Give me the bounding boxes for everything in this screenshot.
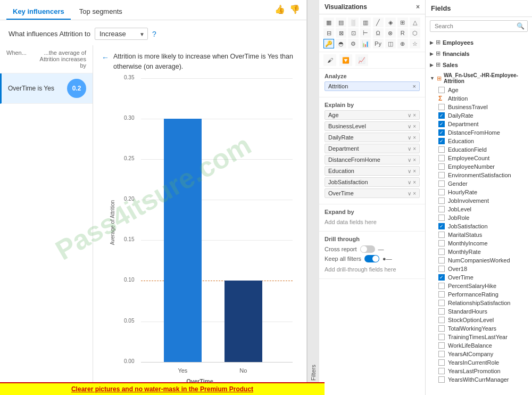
field-totalworkingyears[interactable]: TotalWorkingYears bbox=[426, 324, 532, 333]
viz-icon-22[interactable]: ◫ bbox=[385, 39, 396, 48]
field-age[interactable]: Age bbox=[426, 86, 532, 94]
field-en-checkbox[interactable] bbox=[438, 163, 445, 170]
drill-add-fields[interactable]: Add drill-through fields here bbox=[325, 265, 420, 274]
explain-dept-remove[interactable]: ∨ × bbox=[408, 146, 416, 152]
explain-field-overtime[interactable]: OverTime ∨ × bbox=[325, 188, 420, 198]
field-hr-checkbox[interactable] bbox=[438, 189, 445, 195]
field-dfh-checkbox[interactable] bbox=[438, 129, 445, 136]
search-input[interactable] bbox=[430, 20, 528, 32]
field-js-checkbox[interactable] bbox=[438, 223, 445, 229]
field-hourlyrate[interactable]: HourlyRate bbox=[426, 188, 532, 196]
explain-edu-remove[interactable]: ∨ × bbox=[408, 168, 416, 174]
field-standardhours[interactable]: StandardHours bbox=[426, 307, 532, 316]
field-yearsatcompany[interactable]: YearsAtCompany bbox=[426, 350, 532, 358]
field-dailyrate[interactable]: DailyRate bbox=[426, 111, 532, 120]
field-jr-checkbox[interactable] bbox=[438, 215, 445, 221]
viz-icon-19[interactable]: ⚙ bbox=[348, 39, 359, 48]
field-ttly-checkbox[interactable] bbox=[438, 334, 445, 340]
viz-icon-analytics[interactable]: 📈 bbox=[355, 54, 368, 66]
field-jobrole[interactable]: JobRole bbox=[426, 213, 532, 222]
field-worklifebalance[interactable]: WorkLifeBalance bbox=[426, 341, 532, 350]
field-edu-checkbox[interactable] bbox=[438, 138, 445, 144]
viz-icon-5[interactable]: ╱ bbox=[373, 18, 384, 27]
help-icon[interactable]: ? bbox=[152, 30, 156, 38]
field-ji-checkbox[interactable] bbox=[438, 198, 445, 204]
keep-filters-toggle[interactable] bbox=[364, 255, 379, 262]
thumbs-up-icon[interactable]: 👍 bbox=[275, 4, 285, 14]
field-department[interactable]: Department bbox=[426, 120, 532, 128]
viz-icon-12[interactable]: ⊢ bbox=[360, 28, 371, 38]
field-environmentsatisfaction[interactable]: EnvironmentSatisfaction bbox=[426, 171, 532, 179]
field-ywcm-checkbox[interactable] bbox=[438, 376, 445, 383]
tree-group-wa-header[interactable]: ▼ ⊞ WA_Fn-UseC_-HR-Employee-Attrition bbox=[426, 71, 532, 86]
field-gender[interactable]: Gender bbox=[426, 179, 532, 188]
field-jl-checkbox[interactable] bbox=[438, 206, 445, 212]
field-percentsalaryhike[interactable]: PercentSalaryHike bbox=[426, 282, 532, 290]
field-wlb-checkbox[interactable] bbox=[438, 342, 445, 349]
field-sh-checkbox[interactable] bbox=[438, 308, 445, 315]
field-businesstravel[interactable]: BusinessTravel bbox=[426, 103, 532, 111]
viz-icon-2[interactable]: ▤ bbox=[336, 18, 346, 27]
field-employeenumber[interactable]: EmployeeNumber bbox=[426, 162, 532, 171]
field-yearslastpromotion[interactable]: YearsLastPromotion bbox=[426, 367, 532, 375]
field-g-checkbox[interactable] bbox=[438, 180, 445, 187]
analyze-field-tag[interactable]: Attrition × bbox=[325, 81, 420, 91]
cross-report-toggle[interactable] bbox=[360, 245, 375, 253]
field-ms-checkbox[interactable] bbox=[438, 232, 445, 238]
field-yicr-checkbox[interactable] bbox=[438, 359, 445, 366]
field-yearsincurrentrole[interactable]: YearsInCurrentRole bbox=[426, 358, 532, 367]
explain-dfh-remove[interactable]: ∨ × bbox=[408, 157, 416, 163]
field-ef-checkbox[interactable] bbox=[438, 146, 445, 153]
explain-field-dailyrate[interactable]: DailyRate ∨ × bbox=[325, 133, 420, 142]
viz-icon-6[interactable]: ◈ bbox=[385, 18, 396, 27]
explain-ot-remove[interactable]: ∨ × bbox=[408, 191, 416, 196]
field-yac-checkbox[interactable] bbox=[438, 351, 445, 357]
explain-age-remove[interactable]: ∨ × bbox=[408, 112, 416, 118]
viz-icon-20[interactable]: 📊 bbox=[360, 39, 371, 48]
field-sol-checkbox[interactable] bbox=[438, 317, 445, 323]
field-ot-checkbox[interactable] bbox=[438, 274, 445, 281]
field-yearswithcurrmanager[interactable]: YearsWithCurrManager bbox=[426, 375, 532, 384]
field-bt-checkbox[interactable] bbox=[438, 104, 445, 110]
bar-no[interactable] bbox=[225, 281, 262, 362]
explain-field-education[interactable]: Education ∨ × bbox=[325, 166, 420, 176]
field-jobsatisfaction[interactable]: JobSatisfaction bbox=[426, 222, 532, 231]
viz-icon-11[interactable]: ⊡ bbox=[348, 28, 359, 38]
bar-yes[interactable] bbox=[164, 119, 202, 362]
field-performancerating[interactable]: PerformanceRating bbox=[426, 290, 532, 299]
field-dept-checkbox[interactable] bbox=[438, 121, 445, 127]
attrition-dropdown[interactable]: Increase Decrease bbox=[95, 28, 148, 40]
field-maritalstatus[interactable]: MaritalStatus bbox=[426, 231, 532, 239]
field-dr-checkbox[interactable] bbox=[438, 112, 445, 119]
tree-group-employees-header[interactable]: ▶ ⊞ Employees bbox=[426, 37, 532, 47]
viz-icon-24[interactable]: ☆ bbox=[410, 39, 420, 48]
explain-field-jobsatisfaction[interactable]: JobSatisfaction ∨ × bbox=[325, 177, 420, 187]
field-employeecount[interactable]: EmployeeCount bbox=[426, 154, 532, 162]
field-joblevel[interactable]: JobLevel bbox=[426, 205, 532, 213]
tree-group-financials-header[interactable]: ▶ ⊞ financials bbox=[426, 48, 532, 59]
tab-top-segments[interactable]: Top segments bbox=[73, 4, 129, 20]
field-educationfield[interactable]: EducationField bbox=[426, 145, 532, 154]
viz-icon-4[interactable]: ▥ bbox=[360, 18, 371, 27]
explain-js-remove[interactable]: ∨ × bbox=[408, 179, 416, 185]
field-distancefromhome[interactable]: DistanceFromHome bbox=[426, 128, 532, 137]
viz-icon-16[interactable]: ⬡ bbox=[410, 28, 420, 38]
field-education[interactable]: Education bbox=[426, 137, 532, 145]
viz-icon-14[interactable]: ⊗ bbox=[385, 28, 396, 38]
field-ec-checkbox[interactable] bbox=[438, 155, 445, 161]
field-trainingtimeslastyear[interactable]: TrainingTimesLastYear bbox=[426, 333, 532, 341]
viz-icon-9[interactable]: ⊟ bbox=[323, 28, 334, 38]
field-rs-checkbox[interactable] bbox=[438, 300, 445, 306]
explain-field-department[interactable]: Department ∨ × bbox=[325, 144, 420, 153]
viz-icon-10[interactable]: ⊠ bbox=[336, 28, 346, 38]
tab-key-influencers[interactable]: Key influencers bbox=[6, 4, 71, 20]
viz-icon-3[interactable]: ░ bbox=[348, 18, 359, 27]
field-monthlyincome[interactable]: MonthlyIncome bbox=[426, 239, 532, 248]
field-jobinvolvement[interactable]: JobInvolvement bbox=[426, 196, 532, 205]
field-mr-checkbox[interactable] bbox=[438, 249, 445, 255]
field-es-checkbox[interactable] bbox=[438, 172, 445, 178]
field-relationshipsatisfaction[interactable]: RelationshipSatisfaction bbox=[426, 299, 532, 307]
viz-icon-23[interactable]: ⊕ bbox=[397, 39, 408, 48]
field-over18[interactable]: Over18 bbox=[426, 265, 532, 273]
viz-icon-21[interactable]: Py bbox=[373, 39, 384, 48]
